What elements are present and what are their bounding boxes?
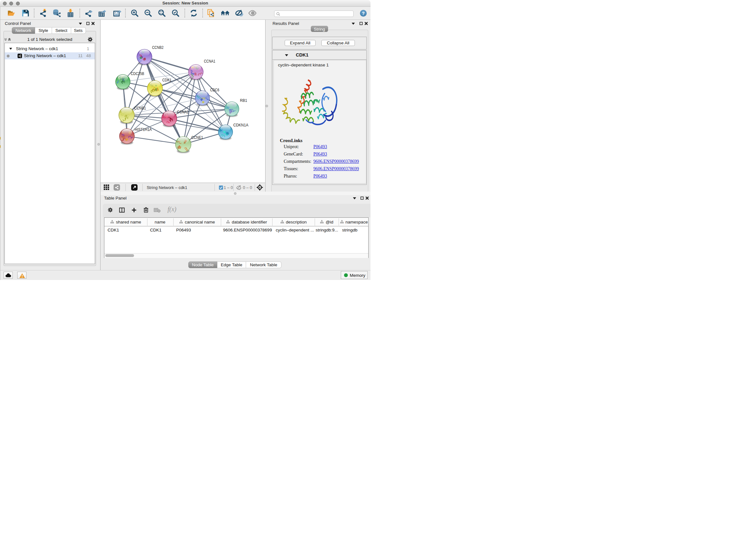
svg-text:CDC25B: CDC25B — [131, 71, 144, 76]
svg-text:CCNB2: CCNB2 — [152, 45, 163, 50]
svg-text:CDC6: CDC6 — [210, 87, 219, 92]
svg-text:RB1: RB1 — [240, 98, 247, 103]
svg-text:CCNA1: CCNA1 — [204, 59, 215, 64]
svg-text:HIST1H1A: HIST1H1A — [135, 127, 152, 132]
svg-text:CCNE1: CCNE1 — [191, 135, 203, 140]
svg-text:CCNB1: CCNB1 — [134, 106, 146, 111]
svg-text:CDKN1A: CDKN1A — [233, 123, 248, 127]
svg-text:?: ? — [362, 10, 365, 16]
svg-text:CCNA2: CCNA2 — [177, 110, 189, 114]
svg-text:CDK1: CDK1 — [162, 78, 172, 82]
